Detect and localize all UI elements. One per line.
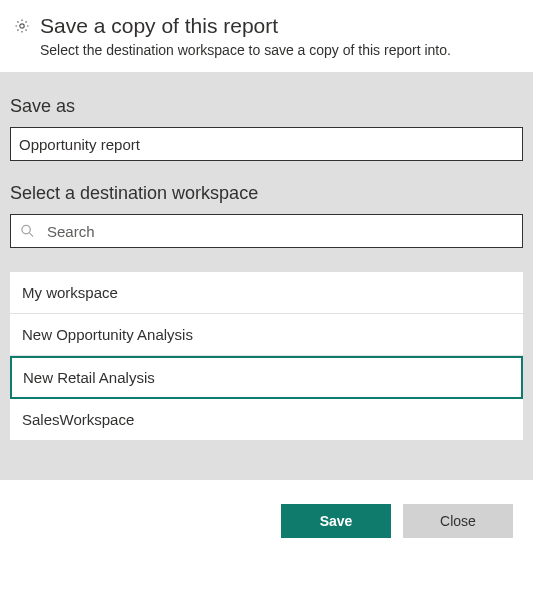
search-wrapper	[10, 214, 523, 248]
dialog-subtitle: Select the destination workspace to save…	[40, 42, 517, 58]
save-button[interactable]: Save	[281, 504, 391, 538]
dialog-header: Save a copy of this report Select the de…	[0, 0, 533, 72]
form-area: Save as Select a destination workspace M…	[0, 72, 533, 480]
workspace-item-salesworkspace[interactable]: SalesWorkspace	[10, 399, 523, 440]
workspace-list: My workspace New Opportunity Analysis Ne…	[10, 272, 523, 440]
svg-point-0	[20, 24, 24, 28]
svg-point-1	[22, 225, 30, 233]
save-as-label: Save as	[10, 96, 523, 117]
dialog-title: Save a copy of this report	[40, 14, 517, 38]
search-input[interactable]	[10, 214, 523, 248]
workspace-item-new-retail[interactable]: New Retail Analysis	[10, 356, 523, 399]
svg-line-2	[29, 233, 33, 237]
search-icon	[20, 224, 35, 239]
workspace-item-my-workspace[interactable]: My workspace	[10, 272, 523, 314]
dialog-footer: Save Close	[0, 480, 533, 562]
close-button[interactable]: Close	[403, 504, 513, 538]
workspace-item-new-opportunity[interactable]: New Opportunity Analysis	[10, 314, 523, 356]
workspace-label: Select a destination workspace	[10, 183, 523, 204]
save-as-input[interactable]	[10, 127, 523, 161]
gear-icon	[14, 18, 30, 34]
